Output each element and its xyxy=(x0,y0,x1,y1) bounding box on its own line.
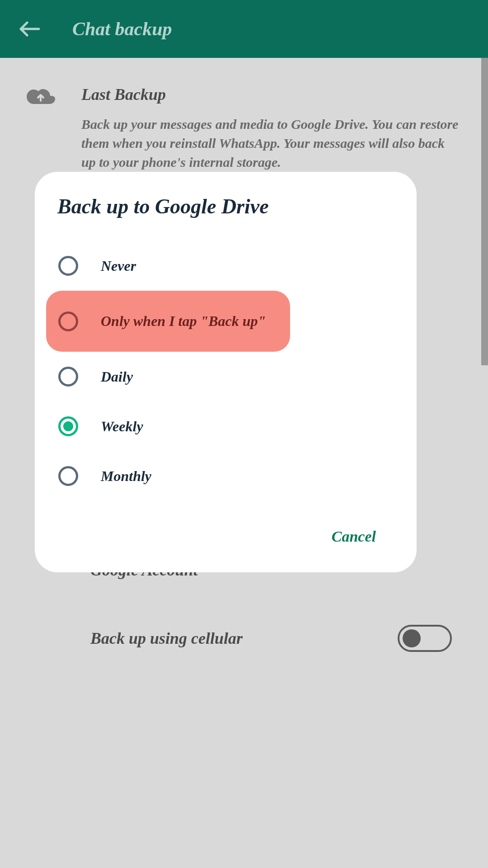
radio-label: Weekly xyxy=(101,418,143,435)
last-backup-section: Last Backup Back up your messages and me… xyxy=(14,76,474,181)
backup-frequency-dialog: Back up to Google Drive Never Only when … xyxy=(35,172,417,572)
scrollbar[interactable] xyxy=(481,58,488,365)
radio-options-list: Never Only when I tap "Back up" Daily We… xyxy=(35,241,417,501)
dialog-title: Back up to Google Drive xyxy=(35,194,417,241)
last-backup-content: Last Backup Back up your messages and me… xyxy=(81,85,474,172)
cellular-toggle-switch[interactable] xyxy=(398,625,452,652)
radio-option-never[interactable]: Never xyxy=(35,241,417,291)
cellular-toggle-label: Back up using cellular xyxy=(90,629,243,648)
cellular-backup-row: Back up using cellular xyxy=(90,625,452,652)
last-backup-title: Last Backup xyxy=(81,85,461,104)
cancel-button[interactable]: Cancel xyxy=(332,528,376,545)
cloud-upload-icon xyxy=(23,81,59,113)
radio-circle-icon xyxy=(58,311,78,331)
last-backup-description: Back up your messages and media to Googl… xyxy=(81,115,461,172)
radio-label: Daily xyxy=(101,368,133,385)
radio-label: Never xyxy=(101,258,136,274)
toggle-knob xyxy=(403,629,421,647)
radio-label: Monthly xyxy=(101,468,151,485)
radio-circle-icon xyxy=(58,466,78,486)
radio-option-monthly[interactable]: Monthly xyxy=(35,451,417,501)
dialog-footer: Cancel xyxy=(35,501,417,554)
radio-circle-icon xyxy=(58,367,78,387)
radio-selected-dot xyxy=(63,421,73,431)
radio-option-weekly[interactable]: Weekly xyxy=(35,401,417,451)
page-title: Chat backup xyxy=(72,18,172,40)
radio-circle-icon xyxy=(58,416,78,436)
radio-label: Only when I tap "Back up" xyxy=(101,313,266,330)
radio-option-daily[interactable]: Daily xyxy=(35,352,417,401)
radio-option-manual[interactable]: Only when I tap "Back up" xyxy=(46,291,290,352)
app-header: Chat backup xyxy=(0,0,488,58)
back-arrow-icon[interactable] xyxy=(18,18,41,40)
radio-circle-icon xyxy=(58,256,78,276)
